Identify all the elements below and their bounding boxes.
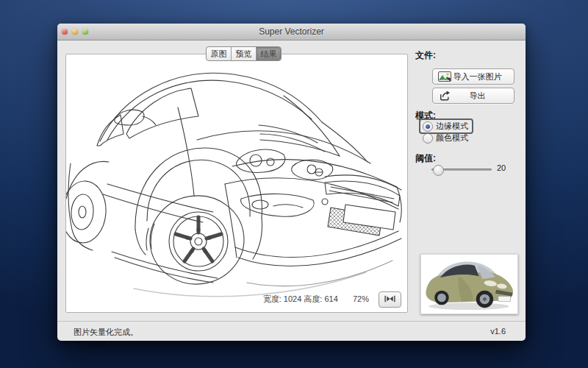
export-arrow-icon xyxy=(438,91,451,101)
threshold-section-label: 阈值: xyxy=(415,152,436,165)
window-title: Super Vectorizer xyxy=(57,24,526,40)
view-tabs: 原图 预览 结果 xyxy=(206,46,282,61)
fit-to-window-icon xyxy=(384,293,396,306)
width-value: 1024 xyxy=(284,294,301,303)
export-button[interactable]: 导出 xyxy=(432,88,514,104)
radio-selected-icon[interactable] xyxy=(423,121,433,132)
height-value: 614 xyxy=(324,294,337,303)
export-button-label: 导出 xyxy=(451,91,503,102)
close-button[interactable] xyxy=(62,29,68,35)
version-label: v1.6 xyxy=(490,327,506,336)
tab-preview[interactable]: 预览 xyxy=(232,47,257,60)
height-label: 高度: xyxy=(304,294,322,303)
minimize-button[interactable] xyxy=(72,29,78,35)
file-section-label: 文件: xyxy=(415,49,436,62)
fit-to-window-button[interactable] xyxy=(379,291,401,308)
desktop-background: Super Vectorizer xyxy=(0,0,588,368)
vectorized-car-drawing xyxy=(66,54,407,312)
mode-radio-edge[interactable]: 边缘模式 xyxy=(419,118,473,134)
mode-radio-color[interactable]: 颜色模式 xyxy=(423,132,468,144)
original-image-thumbnail xyxy=(420,254,518,314)
status-message: 图片矢量化完成。 xyxy=(74,327,138,338)
import-button-label: 导入一张图片 xyxy=(451,71,503,82)
zoom-button[interactable] xyxy=(82,29,88,35)
window-content: 宽度: 1024 高度: 614 72% xyxy=(57,40,526,341)
result-canvas: 宽度: 1024 高度: 614 72% xyxy=(65,54,408,313)
mode-color-label: 颜色模式 xyxy=(436,132,468,144)
mode-edge-label: 边缘模式 xyxy=(436,121,468,132)
photo-import-icon xyxy=(438,71,451,82)
image-dimensions: 宽度: 1024 高度: 614 72% xyxy=(263,294,369,305)
threshold-value: 20 xyxy=(497,163,506,172)
threshold-slider[interactable] xyxy=(431,165,492,174)
tab-original[interactable]: 原图 xyxy=(207,47,232,60)
title-bar[interactable]: Super Vectorizer xyxy=(57,24,526,40)
import-image-button[interactable]: 导入一张图片 xyxy=(432,68,514,85)
status-bar: 图片矢量化完成。 v1.6 xyxy=(57,321,526,341)
slider-thumb[interactable] xyxy=(433,165,444,176)
tab-result[interactable]: 结果 xyxy=(257,47,281,60)
radio-unselected-icon[interactable] xyxy=(423,133,433,144)
app-window: Super Vectorizer xyxy=(57,24,526,341)
width-label: 宽度: xyxy=(263,294,282,303)
zoom-percent: 72% xyxy=(353,294,369,303)
